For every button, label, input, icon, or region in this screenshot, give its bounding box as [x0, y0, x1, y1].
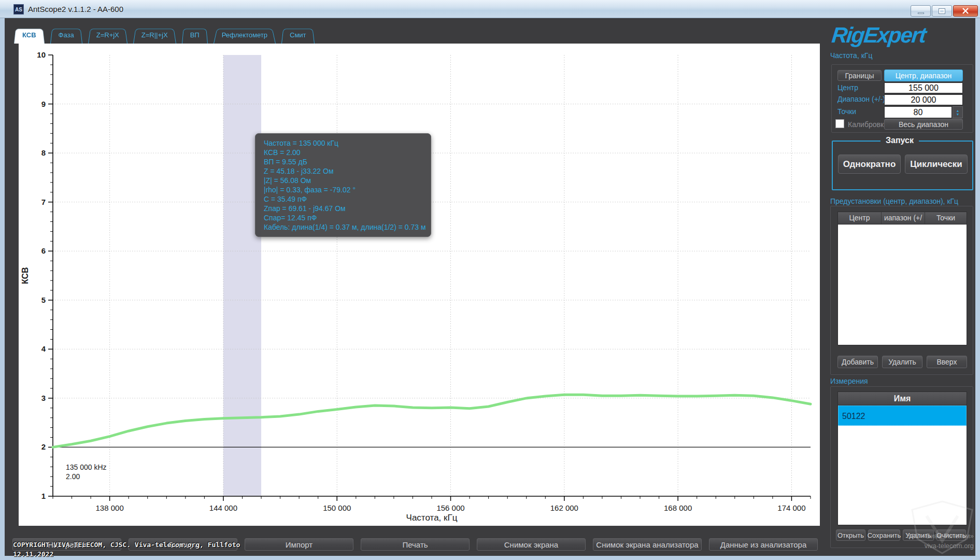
points-stepper[interactable]: ▲ ▼ [953, 106, 963, 118]
tab-bar: КСВФазаZ=R+jXZ=R||+jXВПРефлектометрСмит [14, 27, 320, 44]
tooltip-line: |Z| = 56.08 Ом [264, 176, 422, 185]
presets-button-Добавить[interactable]: Добавить [837, 356, 878, 368]
center-label: Центр [837, 83, 858, 92]
highlight-band [223, 55, 261, 496]
footer-button-Импорт[interactable]: Импорт [245, 538, 353, 551]
center-input[interactable] [884, 82, 963, 93]
tooltip-line: Z = 45.18 - j33.22 Ом [264, 166, 422, 176]
swr-chart[interactable]: 138 000144 000150 000156 000162 000168 0… [19, 44, 820, 526]
tab-Смит[interactable]: Смит [281, 27, 315, 44]
watermark-copyright-line2: 12.11.2022 [13, 550, 53, 558]
y-tick-label: 2 [41, 442, 46, 451]
close-button[interactable] [953, 5, 978, 17]
tooltip-line: КСВ = 2.00 [264, 148, 422, 157]
y-tick-label: 9 [41, 100, 46, 108]
x-axis-title: Частота, кГц [406, 513, 458, 523]
center-span-mode-button[interactable]: Центр, диапазон [884, 69, 963, 81]
tab-Z=R+jX[interactable]: Z=R+jX [88, 27, 127, 44]
tooltip-line: Zпар = 69.61 - j94.67 Ом [264, 204, 422, 213]
stepper-down-icon: ▼ [956, 113, 960, 116]
presets-header-0[interactable]: Центр [838, 212, 882, 224]
cursor-annotation: 135 000 kHz [66, 463, 107, 471]
span-input[interactable] [884, 94, 963, 105]
tooltip-line: Частота = 135 000 кГц [264, 138, 422, 148]
chart-canvas[interactable]: 138 000144 000150 000156 000162 000168 0… [19, 44, 820, 526]
presets-button-Вверх[interactable]: Вверх [927, 356, 967, 368]
measurement-row[interactable]: 50122 [838, 405, 967, 426]
app-icon: AS [13, 4, 24, 15]
tab-КСВ[interactable]: КСВ [14, 27, 45, 44]
watermark-org: ЗАО «Вива-Телеком» [880, 532, 974, 540]
span-label: Диапазон (+/-) [837, 95, 885, 103]
presets-header-2[interactable]: Точки [925, 212, 967, 224]
minimize-button[interactable] [911, 5, 931, 17]
x-tick-label: 156 000 [436, 503, 464, 512]
title-bar: AS AntScope2 v.1.1.2 - AA-600 [0, 0, 980, 18]
run-cyclic-button[interactable]: Циклически [905, 155, 968, 174]
x-tick-label: 138 000 [96, 503, 124, 512]
close-icon [962, 8, 969, 14]
measurements-table-header[interactable]: Имя [838, 392, 967, 405]
maximize-icon [939, 9, 945, 13]
full-range-button[interactable]: Весь диапазон [884, 119, 963, 130]
y-tick-label: 7 [41, 198, 46, 206]
tooltip-line: Спар= 12.45 пФ [264, 213, 422, 222]
footer-button-Печать[interactable]: Печать [361, 538, 470, 551]
measurements-button-Открыть[interactable]: Открыть [836, 529, 865, 541]
presets-section-label: Предустановки (центр, диапазон), кГц [830, 197, 958, 205]
tooltip-line: |rho| = 0.33, фаза = -79.02 ° [264, 185, 422, 194]
bounds-mode-button[interactable]: Границы [837, 70, 882, 81]
y-tick-label: 1 [41, 492, 46, 500]
tooltip-line: Кабель: длина(1/4) = 0.37 м, длина(1/2) … [264, 222, 422, 232]
tab-Фаза[interactable]: Фаза [50, 27, 82, 44]
y-tick-label: 6 [41, 246, 46, 255]
presets-header-1[interactable]: иапазон (+/ [882, 212, 925, 224]
y-tick-label: 10 [37, 50, 46, 59]
rigexpert-logo: RigExpert [829, 22, 974, 49]
footer-button-Снимок экрана анализатора[interactable]: Снимок экрана анализатора [593, 538, 702, 551]
y-axis-title: КСВ [21, 267, 30, 284]
calibration-label: Калибровка [848, 120, 888, 129]
y-tick-label: 8 [41, 148, 46, 157]
maximize-button[interactable] [932, 5, 952, 17]
presets-table: Центриапазон (+/Точки [837, 212, 967, 345]
y-tick-label: 5 [41, 296, 46, 304]
run-single-button[interactable]: Однократно [838, 155, 901, 174]
tab-ВП[interactable]: ВП [182, 27, 208, 44]
main-area: КСВФазаZ=R+jXZ=R||+jXВПРефлектометрСмит … [5, 18, 975, 556]
minimize-icon [918, 12, 924, 14]
footer-button-Снимок экрана[interactable]: Снимок экрана [477, 538, 586, 551]
calibration-checkbox[interactable] [835, 119, 844, 128]
y-tick-label: 4 [41, 344, 46, 353]
cursor-tooltip: Частота = 135 000 кГцКСВ = 2.00ВП = 9.55… [255, 133, 431, 237]
x-tick-label: 168 000 [664, 503, 692, 512]
x-tick-label: 150 000 [323, 503, 351, 512]
window-title: AntScope2 v.1.1.2 - AA-600 [28, 5, 123, 13]
tab-Рефлектометр[interactable]: Рефлектометр [214, 27, 276, 44]
series-КСВ [53, 395, 811, 447]
tab-Z=R||+jX[interactable]: Z=R||+jX [133, 27, 176, 44]
x-tick-label: 174 000 [777, 503, 805, 512]
x-tick-label: 144 000 [209, 503, 237, 512]
tooltip-line: C = 35.49 пФ [264, 194, 422, 204]
cursor-annotation: 2.00 [66, 472, 80, 481]
presets-table-header: Центриапазон (+/Точки [838, 212, 967, 225]
points-input[interactable] [884, 106, 952, 118]
points-label: Точки [837, 107, 856, 116]
tooltip-line: ВП = 9.55 дБ [264, 157, 422, 166]
run-group-title: Запуск [880, 136, 919, 145]
presets-button-Удалить[interactable]: Удалить [882, 356, 922, 368]
y-tick-label: 3 [41, 394, 46, 402]
svg-text:RigExpert: RigExpert [831, 23, 929, 47]
stepper-up-icon: ▲ [956, 109, 960, 113]
measurements-section-label: Измерения [830, 377, 868, 385]
watermark-copyright-line1: COPYRIGHT VIVA-TELECOM, CJSC. Viva-telec… [13, 541, 240, 549]
watermark-site: viva-telecom.org [880, 542, 974, 550]
footer-button-Данные из анализатора[interactable]: Данные из анализатора [709, 538, 818, 551]
frequency-section-label: Частота, кГц [830, 51, 872, 60]
x-tick-label: 162 000 [550, 503, 578, 512]
